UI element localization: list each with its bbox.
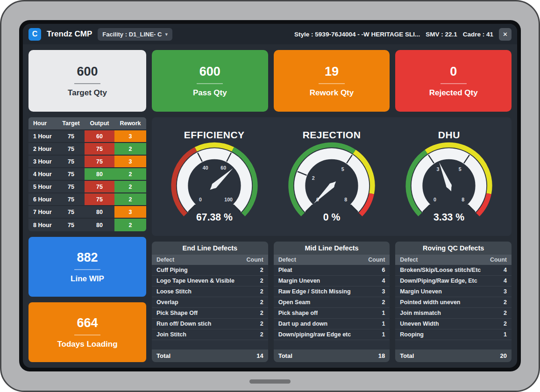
kpi-value: 0 — [450, 64, 457, 79]
hourly-table-header: Hour Target Output Rework — [28, 117, 146, 130]
defect-count: 3 — [504, 288, 507, 295]
svg-text:3.33 %: 3.33 % — [433, 211, 464, 222]
hourly-row: 2 Hour75752 — [28, 143, 146, 156]
card-divider — [74, 269, 100, 270]
defect-name: Raw Edge / Stitch Missing — [278, 288, 351, 295]
svg-text:0: 0 — [199, 197, 202, 202]
chevron-down-icon: ▾ — [165, 31, 168, 37]
kpi-value: 600 — [77, 64, 98, 79]
defect-name: Cuff Piping — [156, 267, 188, 273]
hourly-row: 7 Hour75803 — [28, 206, 146, 219]
defect-table-title: Mid Line Defects — [274, 242, 390, 255]
gauge-title: EFFICIENCY — [184, 129, 245, 141]
defect-row: Loose Stitch2 — [152, 286, 268, 297]
defect-row: Run off/ Down stich2 — [152, 319, 268, 329]
hourly-table: Hour Target Output Rework 1 Hour756032 H… — [28, 117, 146, 231]
todays-loading-value: 664 — [77, 316, 98, 330]
todays-loading-label: Todays Loading — [57, 340, 117, 349]
rework-cell: 3 — [114, 130, 146, 142]
defect-column-header: Defect — [400, 257, 418, 263]
hour-cell: 3 Hour — [28, 156, 57, 167]
dashboard-content: 600 Target Qty Hour Target Output Rework… — [23, 44, 517, 368]
defect-table: Roving QC Defects Defect Count Broken/Sk… — [395, 242, 512, 362]
target-cell: 75 — [57, 143, 85, 155]
svg-text:100: 100 — [224, 197, 233, 202]
hourly-row: 6 Hour75752 — [28, 193, 146, 206]
defect-row: Margin Uneven3 — [395, 286, 512, 297]
defect-count: 1 — [504, 331, 507, 338]
kpi-label: Rework Qty — [310, 88, 354, 98]
facility-dropdown[interactable]: Facility : D1_LINE- C ▾ — [98, 28, 172, 41]
defect-name: Dart up and down — [278, 321, 328, 327]
defect-table-columns: Defect Count — [274, 255, 390, 265]
target-cell: 75 — [57, 193, 85, 205]
svg-text:8: 8 — [344, 197, 347, 202]
defect-count: 2 — [260, 299, 263, 306]
defect-name: Join mismatch — [400, 310, 441, 316]
target-cell: 75 — [57, 219, 85, 231]
hour-cell: 7 Hour — [28, 206, 57, 218]
header-bar: C Trendz CMP Facility : D1_LINE- C ▾ Sty… — [23, 24, 517, 44]
line-wip-card: 882 Line WIP — [28, 237, 146, 297]
defect-row: Join Stitch2 — [152, 329, 268, 340]
defect-table-body: Broken/Skip/Loose stitch/Etc4Down/Piping… — [395, 265, 512, 349]
rework-column-header: Rework — [114, 117, 146, 129]
defect-name: Run off/ Down stich — [156, 321, 211, 327]
target-cell: 75 — [57, 156, 85, 167]
kpi-value: 600 — [199, 64, 220, 79]
hourly-row: 1 Hour75603 — [28, 130, 146, 143]
rework-cell: 2 — [114, 193, 146, 205]
defect-row: Open Seam2 — [274, 297, 390, 308]
close-button[interactable]: ✕ — [499, 28, 512, 41]
defect-count: 1 — [382, 331, 385, 338]
svg-text:0: 0 — [433, 197, 436, 202]
svg-text:40: 40 — [203, 165, 208, 171]
defect-table-columns: Defect Count — [395, 255, 512, 265]
kpi-label: Pass Qty — [193, 88, 227, 98]
hourly-row: 3 Hour75753 — [28, 156, 146, 168]
defect-name: Uneven Width — [400, 321, 439, 327]
defect-count: 2 — [504, 299, 507, 306]
output-cell: 75 — [85, 156, 114, 167]
defect-count: 1 — [382, 310, 385, 316]
defect-name: Pick Shape Off — [156, 310, 198, 316]
kpi-label: Target Qty — [68, 88, 107, 98]
defect-table-total: Total 20 — [395, 349, 512, 362]
kpi-label: Rejected Qty — [429, 88, 478, 98]
kpi-card-target: 600 Target Qty — [28, 50, 146, 112]
defect-count: 4 — [382, 278, 385, 284]
output-column-header: Output — [85, 117, 114, 129]
defect-name: Down/Piping/Raw Edge, Etc — [400, 278, 477, 284]
defect-row: Join mismatch2 — [395, 308, 512, 319]
rejection-gauge-section: REJECTION 02580 % — [273, 121, 390, 232]
defect-name: Loose Stitch — [156, 288, 192, 295]
defect-table: Mid Line Defects Defect Count Pleat6Marg… — [274, 242, 390, 362]
defect-count: 3 — [382, 288, 385, 295]
rework-cell: 2 — [114, 168, 146, 180]
count-column-header: Count — [490, 257, 507, 263]
smv-info: SMV : 22.1 — [426, 31, 457, 38]
target-cell: 75 — [57, 181, 85, 192]
tablet-bezel: C Trendz CMP Facility : D1_LINE- C ▾ Sty… — [0, 0, 540, 392]
svg-text:0 %: 0 % — [323, 211, 341, 222]
close-icon: ✕ — [503, 31, 508, 38]
app-logo-letter: C — [32, 30, 38, 38]
defect-name: Pick shape off — [278, 310, 318, 316]
hourly-row: 8 Hour75802 — [28, 219, 146, 231]
app-window: C Trendz CMP Facility : D1_LINE- C ▾ Sty… — [23, 24, 517, 368]
hourly-row: 4 Hour75802 — [28, 168, 146, 181]
total-label: Total — [156, 352, 171, 359]
defect-row: Dart up and down1 — [274, 319, 390, 329]
screen: C Trendz CMP Facility : D1_LINE- C ▾ Sty… — [19, 20, 521, 371]
output-cell: 60 — [85, 130, 114, 142]
kpi-value: 19 — [325, 64, 339, 79]
total-value: 18 — [378, 352, 385, 359]
output-cell: 75 — [85, 181, 114, 192]
app-title: Trendz CMP — [47, 29, 92, 39]
style-info: Style : 5939-76J4004 - -W HERITAGE SLI..… — [294, 31, 420, 38]
gauge: 02580 % — [277, 142, 387, 224]
defect-count: 4 — [504, 278, 507, 284]
hour-cell: 8 Hour — [28, 219, 57, 231]
output-cell: 80 — [85, 206, 114, 218]
kpi-divider — [319, 83, 345, 84]
